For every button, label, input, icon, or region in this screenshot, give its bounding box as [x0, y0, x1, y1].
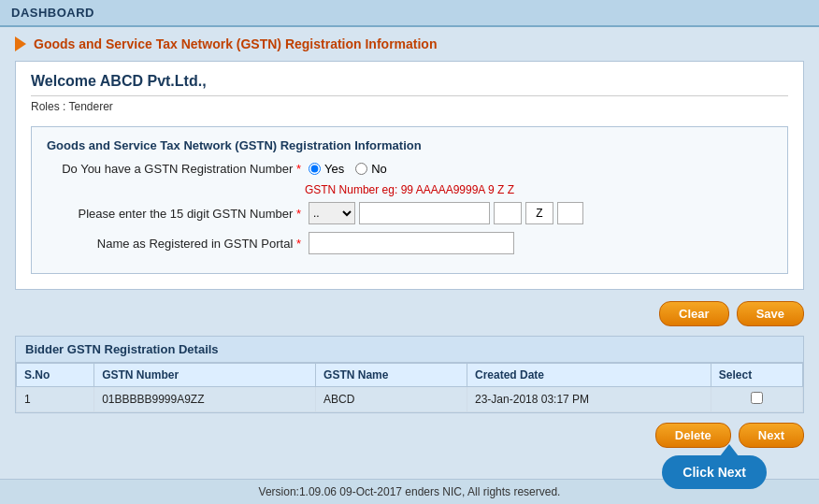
- form-box-title: Goods and Service Tax Network (GSTN) Reg…: [47, 138, 772, 152]
- required-star: *: [296, 162, 301, 176]
- cell-gstn-name: ABCD: [316, 387, 467, 412]
- radio-no-label[interactable]: No: [355, 162, 387, 176]
- gstn-main-input[interactable]: [359, 202, 490, 224]
- gstn-small-input[interactable]: [494, 202, 522, 224]
- col-select: Select: [711, 364, 802, 387]
- table-header-row: S.No GSTN Number GSTN Name Created Date …: [17, 364, 803, 387]
- orange-arrow-icon: [15, 36, 26, 51]
- roles-text: Roles : Tenderer: [31, 100, 788, 113]
- gstn-hint: GSTN Number eg: 99 AAAAA9999A 9 Z Z: [47, 183, 772, 196]
- delete-next-row: Delete Next Click Next: [15, 423, 804, 448]
- clear-save-row: Clear Save: [15, 301, 804, 326]
- gstn-question-label: Do You have a GSTN Registration Number *: [47, 162, 309, 176]
- col-gstn-number: GSTN Number: [94, 364, 316, 387]
- cell-created-date: 23-Jan-2018 03:17 PM: [467, 387, 711, 412]
- gstn-number-label: Please enter the 15 digit GSTN Number *: [47, 207, 309, 221]
- cell-select[interactable]: [711, 387, 802, 412]
- table-header-bar: Bidder GSTN Registration Details: [16, 337, 803, 363]
- cell-sno: 1: [17, 387, 94, 412]
- radio-yes[interactable]: [309, 163, 321, 175]
- radio-no[interactable]: [355, 163, 367, 175]
- col-gstn-name: GSTN Name: [316, 364, 467, 387]
- table-section: Bidder GSTN Registration Details S.No GS…: [15, 336, 804, 413]
- gstn-prefix-select[interactable]: .. 01 02: [309, 202, 355, 224]
- section-title: Goods and Service Tax Network (GSTN) Reg…: [34, 36, 437, 51]
- radio-group: Yes No: [309, 162, 387, 176]
- section-title-bar: Goods and Service Tax Network (GSTN) Reg…: [15, 36, 804, 51]
- welcome-text: Welcome ABCD Pvt.Ltd.,: [31, 73, 788, 96]
- cell-gstn-number: 01BBBBB9999A9ZZ: [94, 387, 316, 412]
- dashboard-header: DASHBOARD: [0, 0, 819, 27]
- gstn-z-box: Z: [525, 202, 553, 224]
- footer-text: Version:1.09.06 09-Oct-2017 enders NIC, …: [259, 485, 561, 498]
- gstn-number-row: Please enter the 15 digit GSTN Number * …: [47, 202, 772, 224]
- table-row: 1 01BBBBB9999A9ZZ ABCD 23-Jan-2018 03:17…: [17, 387, 803, 412]
- gstn-input-group: .. 01 02 Z: [309, 202, 583, 224]
- gstn-extra-box: [557, 202, 583, 224]
- name-label: Name as Registered in GSTN Portal *: [47, 237, 309, 251]
- name-input[interactable]: [309, 232, 514, 254]
- main-card: Welcome ABCD Pvt.Ltd., Roles : Tenderer …: [15, 61, 804, 290]
- name-row: Name as Registered in GSTN Portal *: [47, 232, 772, 254]
- radio-yes-label[interactable]: Yes: [309, 162, 344, 176]
- click-next-callout: Click Next: [662, 455, 767, 489]
- next-button[interactable]: Next: [739, 423, 804, 448]
- form-box: Goods and Service Tax Network (GSTN) Reg…: [31, 126, 788, 274]
- clear-button[interactable]: Clear: [659, 301, 729, 326]
- dashboard-title: DASHBOARD: [11, 6, 94, 20]
- gstn-question-row: Do You have a GSTN Registration Number *…: [47, 162, 772, 176]
- gstn-table: S.No GSTN Number GSTN Name Created Date …: [16, 363, 803, 412]
- save-button[interactable]: Save: [737, 301, 804, 326]
- col-created-date: Created Date: [467, 364, 711, 387]
- select-checkbox[interactable]: [751, 392, 763, 404]
- col-sno: S.No: [17, 364, 94, 387]
- main-content: Goods and Service Tax Network (GSTN) Reg…: [0, 27, 819, 467]
